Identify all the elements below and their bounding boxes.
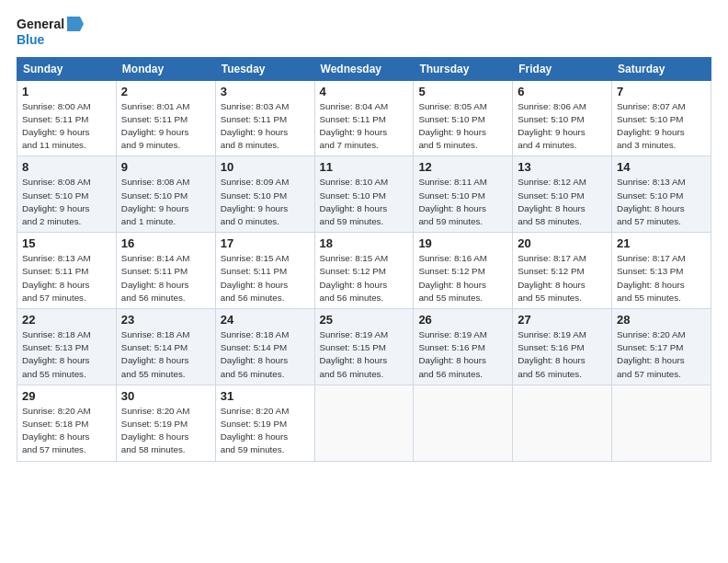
weekday-header-row: SundayMondayTuesdayWednesdayThursdayFrid…: [17, 57, 711, 80]
header: General Blue: [17, 17, 711, 48]
day-info: Sunrise: 8:06 AMSunset: 5:10 PMDaylight:…: [518, 100, 607, 153]
day-info: Sunrise: 8:00 AMSunset: 5:11 PMDaylight:…: [22, 100, 111, 153]
day-info: Sunrise: 8:13 AMSunset: 5:11 PMDaylight:…: [22, 252, 111, 304]
calendar-cell: 18Sunrise: 8:15 AMSunset: 5:12 PMDayligh…: [314, 233, 414, 309]
calendar-cell: 17Sunrise: 8:15 AMSunset: 5:11 PMDayligh…: [215, 233, 314, 309]
day-number: 31: [221, 389, 310, 403]
day-number: 25: [320, 313, 409, 327]
calendar-cell: 2Sunrise: 8:01 AMSunset: 5:11 PMDaylight…: [116, 80, 215, 156]
calendar-cell: 26Sunrise: 8:19 AMSunset: 5:16 PMDayligh…: [414, 309, 513, 385]
day-number: 19: [418, 236, 507, 250]
logo: General Blue: [17, 17, 84, 48]
day-info: Sunrise: 8:18 AMSunset: 5:13 PMDaylight:…: [22, 328, 111, 381]
day-number: 13: [518, 160, 607, 174]
day-number: 30: [121, 389, 210, 403]
svg-marker-0: [67, 17, 84, 31]
day-info: Sunrise: 8:18 AMSunset: 5:14 PMDaylight:…: [221, 328, 310, 381]
weekday-saturday: Saturday: [612, 57, 711, 80]
day-number: 23: [121, 313, 210, 327]
day-info: Sunrise: 8:08 AMSunset: 5:10 PMDaylight:…: [121, 176, 210, 228]
day-number: 10: [221, 160, 310, 174]
day-number: 2: [121, 85, 210, 98]
weekday-friday: Friday: [513, 57, 612, 80]
day-number: 18: [320, 236, 409, 250]
day-number: 6: [518, 85, 607, 98]
calendar-cell: 13Sunrise: 8:12 AMSunset: 5:10 PMDayligh…: [513, 156, 612, 233]
day-info: Sunrise: 8:20 AMSunset: 5:19 PMDaylight:…: [221, 405, 310, 457]
page: General Blue SundayMondayTuesdayWednesda…: [0, 0, 728, 471]
calendar-cell: 24Sunrise: 8:18 AMSunset: 5:14 PMDayligh…: [215, 309, 314, 385]
day-number: 4: [320, 85, 409, 98]
day-info: Sunrise: 8:07 AMSunset: 5:10 PMDaylight:…: [617, 100, 706, 153]
calendar-cell: [513, 385, 612, 461]
calendar-cell: 15Sunrise: 8:13 AMSunset: 5:11 PMDayligh…: [17, 233, 117, 309]
day-info: Sunrise: 8:08 AMSunset: 5:10 PMDaylight:…: [22, 176, 111, 228]
calendar-week-5: 29Sunrise: 8:20 AMSunset: 5:18 PMDayligh…: [17, 385, 711, 461]
weekday-wednesday: Wednesday: [314, 57, 414, 80]
day-info: Sunrise: 8:15 AMSunset: 5:11 PMDaylight:…: [221, 252, 310, 304]
day-info: Sunrise: 8:01 AMSunset: 5:11 PMDaylight:…: [121, 100, 210, 153]
day-number: 20: [518, 236, 607, 250]
calendar-week-4: 22Sunrise: 8:18 AMSunset: 5:13 PMDayligh…: [17, 309, 711, 385]
calendar-cell: 6Sunrise: 8:06 AMSunset: 5:10 PMDaylight…: [513, 80, 612, 156]
day-info: Sunrise: 8:12 AMSunset: 5:10 PMDaylight:…: [518, 176, 607, 228]
day-number: 9: [121, 160, 210, 174]
day-number: 5: [418, 85, 507, 98]
day-number: 21: [617, 236, 706, 250]
calendar-cell: [612, 385, 711, 461]
day-info: Sunrise: 8:20 AMSunset: 5:19 PMDaylight:…: [121, 405, 210, 457]
calendar-cell: 10Sunrise: 8:09 AMSunset: 5:10 PMDayligh…: [215, 156, 314, 233]
calendar-cell: 4Sunrise: 8:04 AMSunset: 5:11 PMDaylight…: [314, 80, 414, 156]
day-info: Sunrise: 8:10 AMSunset: 5:10 PMDaylight:…: [320, 176, 409, 228]
calendar-cell: 9Sunrise: 8:08 AMSunset: 5:10 PMDaylight…: [116, 156, 215, 233]
day-number: 17: [221, 236, 310, 250]
calendar-cell: 19Sunrise: 8:16 AMSunset: 5:12 PMDayligh…: [414, 233, 513, 309]
calendar-cell: 12Sunrise: 8:11 AMSunset: 5:10 PMDayligh…: [414, 156, 513, 233]
day-info: Sunrise: 8:20 AMSunset: 5:18 PMDaylight:…: [22, 405, 111, 457]
day-number: 1: [22, 85, 111, 98]
calendar-cell: 28Sunrise: 8:20 AMSunset: 5:17 PMDayligh…: [612, 309, 711, 385]
day-info: Sunrise: 8:19 AMSunset: 5:16 PMDaylight:…: [518, 328, 607, 381]
weekday-tuesday: Tuesday: [215, 57, 314, 80]
calendar-cell: 11Sunrise: 8:10 AMSunset: 5:10 PMDayligh…: [314, 156, 414, 233]
day-number: 29: [22, 389, 111, 403]
day-info: Sunrise: 8:19 AMSunset: 5:15 PMDaylight:…: [320, 328, 409, 381]
day-info: Sunrise: 8:05 AMSunset: 5:10 PMDaylight:…: [418, 100, 507, 153]
weekday-monday: Monday: [116, 57, 215, 80]
calendar-cell: [314, 385, 414, 461]
day-info: Sunrise: 8:18 AMSunset: 5:14 PMDaylight:…: [121, 328, 210, 381]
day-number: 16: [121, 236, 210, 250]
day-number: 3: [221, 85, 310, 98]
calendar-week-2: 8Sunrise: 8:08 AMSunset: 5:10 PMDaylight…: [17, 156, 711, 233]
calendar-cell: 7Sunrise: 8:07 AMSunset: 5:10 PMDaylight…: [612, 80, 711, 156]
day-info: Sunrise: 8:19 AMSunset: 5:16 PMDaylight:…: [418, 328, 507, 381]
weekday-sunday: Sunday: [17, 57, 117, 80]
calendar-week-3: 15Sunrise: 8:13 AMSunset: 5:11 PMDayligh…: [17, 233, 711, 309]
day-info: Sunrise: 8:16 AMSunset: 5:12 PMDaylight:…: [418, 252, 507, 304]
calendar-cell: 25Sunrise: 8:19 AMSunset: 5:15 PMDayligh…: [314, 309, 414, 385]
calendar-cell: 22Sunrise: 8:18 AMSunset: 5:13 PMDayligh…: [17, 309, 117, 385]
day-info: Sunrise: 8:04 AMSunset: 5:11 PMDaylight:…: [320, 100, 409, 153]
day-info: Sunrise: 8:20 AMSunset: 5:17 PMDaylight:…: [617, 328, 706, 381]
day-number: 24: [221, 313, 310, 327]
calendar-cell: 21Sunrise: 8:17 AMSunset: 5:13 PMDayligh…: [612, 233, 711, 309]
day-info: Sunrise: 8:11 AMSunset: 5:10 PMDaylight:…: [418, 176, 507, 228]
calendar-cell: 5Sunrise: 8:05 AMSunset: 5:10 PMDaylight…: [414, 80, 513, 156]
calendar-cell: 3Sunrise: 8:03 AMSunset: 5:11 PMDaylight…: [215, 80, 314, 156]
day-number: 27: [518, 313, 607, 327]
calendar-cell: 30Sunrise: 8:20 AMSunset: 5:19 PMDayligh…: [116, 385, 215, 461]
calendar-week-1: 1Sunrise: 8:00 AMSunset: 5:11 PMDaylight…: [17, 80, 711, 156]
logo-text: General Blue: [17, 17, 84, 48]
day-number: 22: [22, 313, 111, 327]
calendar-cell: 8Sunrise: 8:08 AMSunset: 5:10 PMDaylight…: [17, 156, 117, 233]
calendar-cell: 16Sunrise: 8:14 AMSunset: 5:11 PMDayligh…: [116, 233, 215, 309]
calendar: SundayMondayTuesdayWednesdayThursdayFrid…: [17, 57, 711, 462]
logo-arrow-icon: [67, 17, 84, 31]
day-number: 15: [22, 236, 111, 250]
day-number: 26: [418, 313, 507, 327]
day-number: 28: [617, 313, 706, 327]
day-info: Sunrise: 8:17 AMSunset: 5:12 PMDaylight:…: [518, 252, 607, 304]
day-number: 7: [617, 85, 706, 98]
day-number: 14: [617, 160, 706, 174]
day-info: Sunrise: 8:03 AMSunset: 5:11 PMDaylight:…: [221, 100, 310, 153]
